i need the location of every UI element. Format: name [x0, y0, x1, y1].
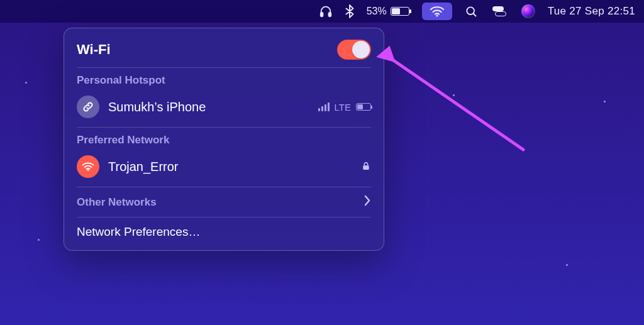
hotspot-device-name: Sumukh’s iPhone	[108, 100, 206, 114]
svg-point-4	[87, 170, 89, 172]
siri-icon[interactable]	[521, 4, 535, 18]
hotspot-row[interactable]: Sumukh’s iPhone LTE	[77, 89, 371, 127]
headphones-icon[interactable]	[319, 4, 333, 18]
wifi-menubar-button[interactable]	[422, 3, 452, 20]
control-center-icon[interactable]	[490, 5, 509, 18]
preferred-network-row[interactable]: Trojan_Error	[77, 149, 371, 187]
cell-signal-icon	[318, 102, 330, 111]
svg-point-2	[436, 14, 438, 16]
chevron-right-icon	[364, 195, 371, 209]
annotation-arrow	[372, 43, 536, 168]
wifi-network-icon	[77, 155, 99, 178]
other-networks-row[interactable]: Other Networks	[77, 187, 371, 217]
svg-rect-1	[328, 13, 331, 16]
wifi-icon	[430, 5, 445, 18]
section-label-preferred: Preferred Network	[77, 134, 371, 146]
panel-title: Wi-Fi	[77, 41, 111, 58]
section-label-hotspot: Personal Hotspot	[77, 74, 371, 87]
menubar-clock[interactable]: Tue 27 Sep 22:51	[548, 5, 635, 18]
spotlight-search-icon[interactable]	[465, 5, 477, 18]
battery-status[interactable]: 53%	[367, 6, 409, 17]
menubar: 53% Tue 27 Sep 22:51	[0, 0, 644, 23]
hotspot-battery-icon	[356, 103, 371, 111]
svg-rect-0	[320, 13, 323, 16]
battery-icon	[391, 7, 409, 16]
wifi-toggle[interactable]	[337, 40, 371, 60]
lock-icon	[361, 160, 371, 174]
network-preferences-label: Network Preferences…	[77, 225, 200, 238]
other-networks-label: Other Networks	[77, 196, 157, 209]
bluetooth-icon[interactable]	[345, 4, 354, 18]
cell-band-label: LTE	[335, 102, 351, 113]
preferred-network-name: Trojan_Error	[108, 160, 179, 174]
battery-pct-label: 53%	[367, 6, 387, 17]
network-preferences-row[interactable]: Network Preferences…	[77, 218, 371, 243]
wifi-toggle-knob	[352, 41, 370, 58]
svg-line-6	[386, 55, 523, 150]
wifi-dropdown-panel: Wi-Fi Personal Hotspot Sumukh’s iPhone L…	[64, 28, 384, 251]
hotspot-link-icon	[77, 96, 99, 118]
svg-rect-5	[363, 165, 369, 170]
